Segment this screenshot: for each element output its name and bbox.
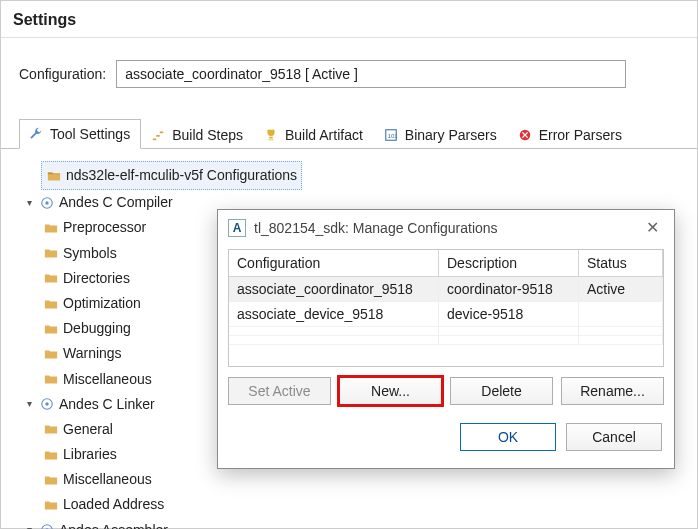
delete-button[interactable]: Delete (450, 377, 553, 405)
folder-icon (43, 321, 59, 337)
dialog-title-bar: A tl_802154_sdk: Manage Configurations ✕ (218, 210, 674, 247)
tree-children: Preprocessor Symbols Directories Optimiz… (23, 215, 223, 391)
table-header: Configuration Description Status (229, 250, 663, 277)
tree-item[interactable]: Miscellaneous (43, 367, 223, 392)
tree-item[interactable]: Warnings (43, 341, 223, 366)
folder-icon (43, 447, 59, 463)
tree-group-label: Andes C Linker (59, 392, 155, 417)
tab-tool-settings[interactable]: Tool Settings (19, 119, 141, 149)
tree-root-label: nds32le-elf-mculib-v5f Configurations (66, 163, 297, 188)
tree-item[interactable]: Preprocessor (43, 215, 223, 240)
cell-status: Active (579, 277, 663, 302)
tab-error-parsers[interactable]: Error Parsers (508, 120, 633, 149)
table-row[interactable] (229, 336, 663, 345)
tree-item[interactable]: General (43, 417, 223, 442)
table-row[interactable] (229, 327, 663, 336)
close-icon[interactable]: ✕ (640, 218, 664, 237)
tree-item-label: General (63, 417, 113, 442)
configurations-table[interactable]: Configuration Description Status associa… (228, 249, 664, 367)
tree-group-label: Andes Assembler (59, 518, 168, 529)
configuration-value: associate_coordinator_9518 [ Active ] (125, 66, 358, 82)
svg-point-4 (45, 201, 49, 205)
chevron-down-icon[interactable]: ▾ (23, 524, 35, 529)
col-status[interactable]: Status (579, 250, 663, 277)
folder-icon (43, 346, 59, 362)
tool-icon (39, 522, 55, 529)
tree-item-label: Warnings (63, 341, 122, 366)
col-description[interactable]: Description (439, 250, 579, 277)
tree-group[interactable]: ▾ Andes C Compiler (23, 190, 223, 215)
tab-build-steps[interactable]: Build Steps (141, 120, 254, 149)
tab-build-artifact[interactable]: Build Artifact (254, 120, 374, 149)
cell-desc: device-9518 (439, 302, 579, 327)
tab-label: Tool Settings (50, 126, 130, 142)
tool-icon (39, 396, 55, 412)
wrench-icon (28, 126, 44, 142)
tree-item-label: Directories (63, 266, 130, 291)
dialog-title: tl_802154_sdk: Manage Configurations (254, 220, 498, 236)
svg-point-6 (45, 403, 49, 407)
folder-icon (43, 497, 59, 513)
dialog-action-row: Set Active New... Delete Rename... (228, 377, 664, 405)
tree-item[interactable]: Loaded Address (43, 492, 223, 517)
tree-group-label: Andes C Compiler (59, 190, 173, 215)
svg-text:101: 101 (387, 132, 398, 139)
cell-desc: coordinator-9518 (439, 277, 579, 302)
tool-icon (39, 195, 55, 211)
cell-status (579, 302, 663, 327)
folder-icon (43, 296, 59, 312)
tree-item-label: Optimization (63, 291, 141, 316)
dialog-confirm-row: OK Cancel (230, 423, 662, 451)
table-row[interactable]: associate_coordinator_9518 coordinator-9… (229, 277, 663, 302)
tree-item-label: Libraries (63, 442, 117, 467)
tab-bar: Tool Settings Build Steps Build Artifact… (1, 100, 697, 149)
tab-label: Build Artifact (285, 127, 363, 143)
folder-icon (43, 245, 59, 261)
tree-item-label: Preprocessor (63, 215, 146, 240)
tab-binary-parsers[interactable]: 101 Binary Parsers (374, 120, 508, 149)
tab-label: Binary Parsers (405, 127, 497, 143)
tree-item[interactable]: Directories (43, 266, 223, 291)
app-icon: A (228, 219, 246, 237)
chevron-down-icon[interactable]: ▾ (23, 197, 35, 209)
tree-item[interactable]: Symbols (43, 241, 223, 266)
settings-window: Settings Configuration: associate_coordi… (0, 0, 698, 529)
tree-group[interactable]: ▾ Andes Assembler (23, 518, 223, 529)
tree-item[interactable]: Optimization (43, 291, 223, 316)
error-icon (517, 127, 533, 143)
tree-item[interactable]: Miscellaneous (43, 467, 223, 492)
configuration-row: Configuration: associate_coordinator_951… (1, 38, 697, 100)
tree-item-label: Symbols (63, 241, 117, 266)
page-title: Settings (1, 1, 697, 38)
folder-icon (43, 472, 59, 488)
tree-item[interactable]: Debugging (43, 316, 223, 341)
folder-icon (43, 270, 59, 286)
folder-icon (43, 371, 59, 387)
chevron-down-icon[interactable]: ▾ (23, 398, 35, 410)
trophy-icon (263, 127, 279, 143)
tree-root[interactable]: nds32le-elf-mculib-v5f Configurations (23, 161, 223, 190)
tree-group[interactable]: ▾ Andes C Linker (23, 392, 223, 417)
tab-label: Error Parsers (539, 127, 622, 143)
steps-icon (150, 127, 166, 143)
tree-item-label: Loaded Address (63, 492, 164, 517)
cancel-button[interactable]: Cancel (566, 423, 662, 451)
binary-icon: 101 (383, 127, 399, 143)
settings-tree[interactable]: nds32le-elf-mculib-v5f Configurations ▾ … (23, 161, 223, 529)
tree-item[interactable]: Libraries (43, 442, 223, 467)
ok-button[interactable]: OK (460, 423, 556, 451)
configuration-label: Configuration: (19, 66, 106, 82)
new-button[interactable]: New... (339, 377, 442, 405)
folder-icon (43, 220, 59, 236)
col-config[interactable]: Configuration (229, 250, 439, 277)
tree-item-label: Miscellaneous (63, 367, 152, 392)
folder-icon (46, 168, 62, 184)
configuration-select[interactable]: associate_coordinator_9518 [ Active ] (116, 60, 626, 88)
cell-config: associate_device_9518 (229, 302, 439, 327)
table-row[interactable]: associate_device_9518 device-9518 (229, 302, 663, 327)
tree-item-label: Debugging (63, 316, 131, 341)
tree-children: General Libraries Miscellaneous Loaded A… (23, 417, 223, 518)
manage-configurations-dialog: A tl_802154_sdk: Manage Configurations ✕… (217, 209, 675, 469)
cell-config: associate_coordinator_9518 (229, 277, 439, 302)
rename-button[interactable]: Rename... (561, 377, 664, 405)
